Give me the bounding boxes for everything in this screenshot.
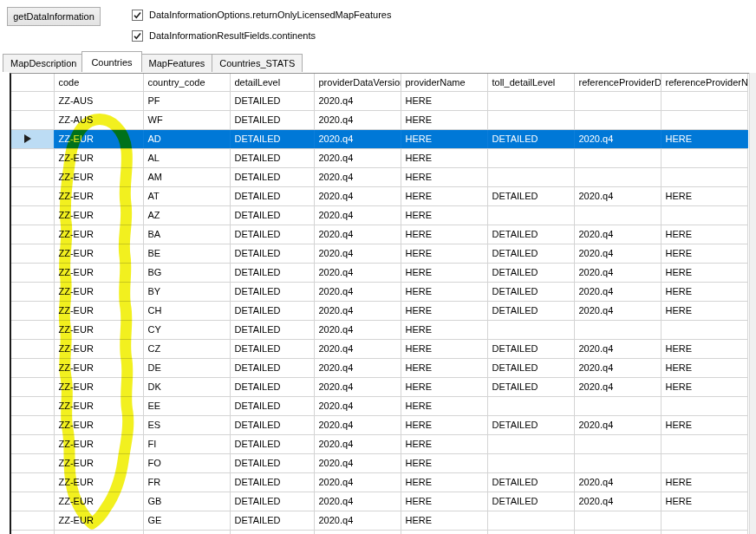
grid-cell[interactable]: PF	[143, 91, 230, 110]
grid-cell[interactable]: DETAILED	[230, 167, 314, 186]
grid-cell[interactable]	[574, 511, 661, 530]
row-header-cell[interactable]	[11, 339, 54, 358]
column-header-providerDataVersion[interactable]: providerDataVersion	[314, 74, 401, 91]
grid-cell[interactable]	[487, 453, 574, 472]
grid-cell[interactable]	[487, 110, 574, 129]
vertical-scrollbar[interactable]	[749, 73, 756, 534]
grid-cell[interactable]: HERE	[401, 396, 487, 415]
grid-cell[interactable]: ES	[143, 415, 230, 434]
grid-cell[interactable]: CY	[143, 320, 230, 339]
grid-cell[interactable]	[574, 396, 661, 415]
grid-cell[interactable]	[487, 511, 574, 530]
grid-cell[interactable]: WF	[143, 110, 230, 129]
grid-cell[interactable]: HERE	[401, 511, 487, 530]
table-row[interactable]: ZZ-EURGIDETAILED2020.q4HERE	[11, 530, 747, 534]
grid-cell[interactable]: HERE	[401, 492, 487, 511]
table-row[interactable]: ZZ-EURDEDETAILED2020.q4HEREDETAILED2020.…	[11, 358, 747, 377]
grid-cell[interactable]: DETAILED	[487, 415, 574, 434]
column-header-providerName[interactable]: providerName	[401, 74, 487, 91]
grid-cell[interactable]: HERE	[661, 492, 747, 511]
grid-cell[interactable]	[487, 320, 574, 339]
row-header-cell[interactable]	[11, 301, 54, 320]
grid-cell[interactable]: HERE	[661, 358, 747, 377]
row-header-cell[interactable]	[11, 530, 54, 534]
grid-cell[interactable]: DETAILED	[230, 263, 314, 282]
grid-cell[interactable]: 2020.q4	[574, 282, 661, 301]
grid-cell[interactable]: 2020.q4	[314, 358, 401, 377]
grid-cell[interactable]: DETAILED	[230, 453, 314, 472]
tab-mapfeatures[interactable]: MapFeatures	[141, 54, 213, 72]
grid-cell[interactable]: AT	[143, 186, 230, 205]
column-header-country_code[interactable]: country_code	[143, 74, 230, 91]
grid-cell[interactable]	[487, 148, 574, 167]
grid-cell[interactable]: 2020.q4	[314, 205, 401, 225]
grid-cell[interactable]: GB	[143, 492, 230, 511]
grid-cell[interactable]: ZZ-EUR	[54, 453, 143, 472]
grid-cell[interactable]: GI	[143, 530, 230, 534]
grid-cell[interactable]: ZZ-EUR	[54, 244, 143, 263]
grid-cell[interactable]: HERE	[661, 263, 747, 282]
grid-cell[interactable]	[574, 434, 661, 453]
table-row[interactable]: ZZ-EURFIDETAILED2020.q4HERE	[11, 434, 747, 453]
checkbox-return-only-licensed-map-features[interactable]: DataInformationOptions.returnOnlyLicense…	[132, 9, 391, 21]
grid-cell[interactable]	[574, 148, 661, 167]
grid-cell[interactable]: DETAILED	[487, 225, 574, 244]
grid-cell[interactable]: ZZ-EUR	[54, 320, 143, 339]
grid-cell[interactable]	[661, 148, 747, 167]
grid-cell[interactable]: HERE	[401, 110, 487, 129]
grid-cell[interactable]: 2020.q4	[314, 511, 401, 530]
grid-cell[interactable]	[661, 396, 747, 415]
grid-cell[interactable]: 2020.q4	[574, 377, 661, 396]
grid-cell[interactable]: AZ	[143, 205, 230, 225]
grid-cell[interactable]: 2020.q4	[314, 320, 401, 339]
grid-cell[interactable]: 2020.q4	[314, 91, 401, 110]
grid-cell[interactable]: 2020.q4	[314, 472, 401, 492]
grid-cell[interactable]: ZZ-EUR	[54, 434, 143, 453]
grid-cell[interactable]: DETAILED	[230, 110, 314, 129]
grid-cell[interactable]: DETAILED	[230, 186, 314, 205]
grid-cell[interactable]: AL	[143, 148, 230, 167]
grid-cell[interactable]: DETAILED	[230, 492, 314, 511]
column-header-code[interactable]: code	[54, 74, 143, 91]
grid-cell[interactable]: ZZ-EUR	[54, 282, 143, 301]
grid-cell[interactable]: DETAILED	[230, 530, 314, 534]
table-row[interactable]: ZZ-EURALDETAILED2020.q4HERE	[11, 148, 747, 167]
row-header-cell[interactable]	[11, 148, 54, 167]
grid-cell[interactable]	[574, 530, 661, 534]
grid-cell[interactable]: BE	[143, 244, 230, 263]
grid-cell[interactable]: HERE	[401, 244, 487, 263]
grid-cell[interactable]: 2020.q4	[574, 301, 661, 320]
table-row[interactable]: ZZ-EURBYDETAILED2020.q4HEREDETAILED2020.…	[11, 282, 747, 301]
grid-cell[interactable]: BY	[143, 282, 230, 301]
grid-cell[interactable]: HERE	[401, 472, 487, 492]
grid-cell[interactable]: DETAILED	[487, 339, 574, 358]
table-row[interactable]: ZZ-EURBGDETAILED2020.q4HEREDETAILED2020.…	[11, 263, 747, 282]
grid-cell[interactable]: DETAILED	[487, 492, 574, 511]
grid-cell[interactable]	[574, 91, 661, 110]
table-row[interactable]: ZZ-EURFODETAILED2020.q4HERE	[11, 453, 747, 472]
grid-cell[interactable]: DETAILED	[230, 225, 314, 244]
grid-cell[interactable]	[661, 453, 747, 472]
grid-cell[interactable]: ZZ-EUR	[54, 339, 143, 358]
row-header-cell[interactable]	[11, 492, 54, 511]
grid-cell[interactable]: 2020.q4	[574, 225, 661, 244]
grid-cell[interactable]: HERE	[401, 129, 487, 148]
grid-cell[interactable]: HERE	[401, 415, 487, 434]
grid-cell[interactable]: 2020.q4	[314, 492, 401, 511]
tab-countries[interactable]: Countries	[81, 51, 141, 72]
grid-cell[interactable]: ZZ-EUR	[54, 167, 143, 186]
get-data-information-button[interactable]: getDataInformation	[7, 7, 101, 26]
table-row[interactable]: ZZ-EURFRDETAILED2020.q4HEREDETAILED2020.…	[11, 472, 747, 492]
grid-cell[interactable]: 2020.q4	[314, 225, 401, 244]
table-row[interactable]: ZZ-EURCZDETAILED2020.q4HEREDETAILED2020.…	[11, 339, 747, 358]
grid-cell[interactable]: 2020.q4	[574, 244, 661, 263]
grid-cell[interactable]: DETAILED	[230, 511, 314, 530]
grid-cell[interactable]: HERE	[661, 129, 747, 148]
grid-cell[interactable]: HERE	[401, 91, 487, 110]
grid-cell[interactable]	[574, 110, 661, 129]
grid-cell[interactable]: GE	[143, 511, 230, 530]
row-header-cell[interactable]	[11, 263, 54, 282]
table-row[interactable]: ZZ-AUSWFDETAILED2020.q4HERE	[11, 110, 747, 129]
grid-cell[interactable]: 2020.q4	[574, 358, 661, 377]
table-row-selected[interactable]: ZZ-EURADDETAILED2020.q4HEREDETAILED2020.…	[11, 129, 747, 148]
